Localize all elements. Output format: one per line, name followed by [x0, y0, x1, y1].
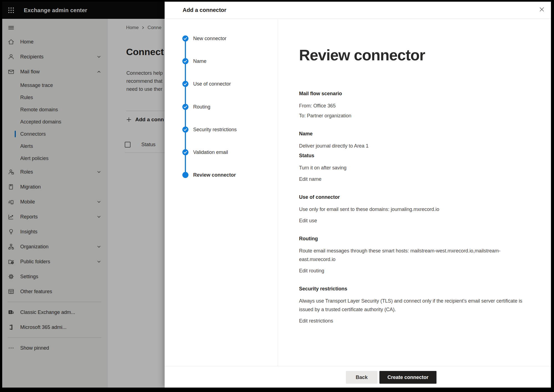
section-title: Use of connector: [299, 194, 534, 201]
close-button[interactable]: [538, 5, 546, 14]
section-routing: Routing Route email messages through the…: [299, 235, 534, 275]
section-title: Mail flow scenario: [299, 90, 534, 97]
section-use-of-connector: Use of connector Use only for email sent…: [299, 194, 534, 225]
section-title: Name: [299, 130, 534, 137]
dialog-header: Add a connector: [165, 2, 551, 19]
step-review-connector[interactable]: Review connector: [182, 172, 236, 178]
status-value: Turn it on after saving: [299, 164, 534, 172]
mail-flow-from: From: Office 365: [299, 102, 534, 110]
step-completed-icon: [182, 104, 188, 110]
section-security-restrictions: Security restrictions Always use Transpo…: [299, 285, 534, 325]
step-completed-icon: [182, 149, 188, 155]
step-routing[interactable]: Routing: [182, 104, 210, 110]
security-value: Always use Transport Layer Security (TLS…: [299, 297, 534, 314]
app-window: Exchange admin center Home Recipients Ma…: [2, 2, 551, 388]
routing-value: Route email messages through these smart…: [299, 247, 534, 264]
step-completed-icon: [182, 81, 188, 87]
back-button[interactable]: Back: [346, 371, 377, 384]
section-name: Name Deliver journal directly to Area 1 …: [299, 130, 534, 184]
create-connector-button[interactable]: Create connector: [379, 371, 436, 384]
step-security-restrictions[interactable]: Security restrictions: [182, 127, 237, 133]
wizard-steps: New connector Name Use of connector Rout…: [165, 19, 278, 366]
dialog-footer: Back Create connector: [165, 366, 551, 388]
use-value: Use only for email sent to these domains…: [299, 205, 534, 214]
section-title: Routing: [299, 235, 534, 242]
step-completed-icon: [182, 58, 188, 64]
step-name[interactable]: Name: [182, 58, 206, 64]
review-panel: Review connector Mail flow scenario From…: [278, 19, 551, 366]
connector-name-value: Deliver journal directly to Area 1: [299, 142, 534, 150]
status-title: Status: [299, 152, 534, 159]
edit-name-link[interactable]: Edit name: [299, 175, 321, 184]
review-heading: Review connector: [299, 46, 534, 64]
step-validation-email[interactable]: Validation email: [182, 149, 228, 155]
step-use-of-connector[interactable]: Use of connector: [182, 81, 231, 87]
mail-flow-to: To: Partner organization: [299, 112, 534, 120]
step-new-connector[interactable]: New connector: [182, 35, 226, 42]
add-connector-dialog: Add a connector New connector Name: [165, 2, 551, 388]
edit-restrictions-link[interactable]: Edit restrictions: [299, 317, 333, 325]
edit-use-link[interactable]: Edit use: [299, 216, 317, 225]
section-title: Security restrictions: [299, 285, 534, 292]
close-icon: [538, 6, 545, 13]
step-completed-icon: [182, 35, 188, 42]
section-mail-flow-scenario: Mail flow scenario From: Office 365 To: …: [299, 90, 534, 120]
step-completed-icon: [182, 127, 188, 133]
step-current-icon: [182, 172, 188, 178]
edit-routing-link[interactable]: Edit routing: [299, 267, 324, 275]
dialog-title: Add a connector: [183, 7, 226, 13]
